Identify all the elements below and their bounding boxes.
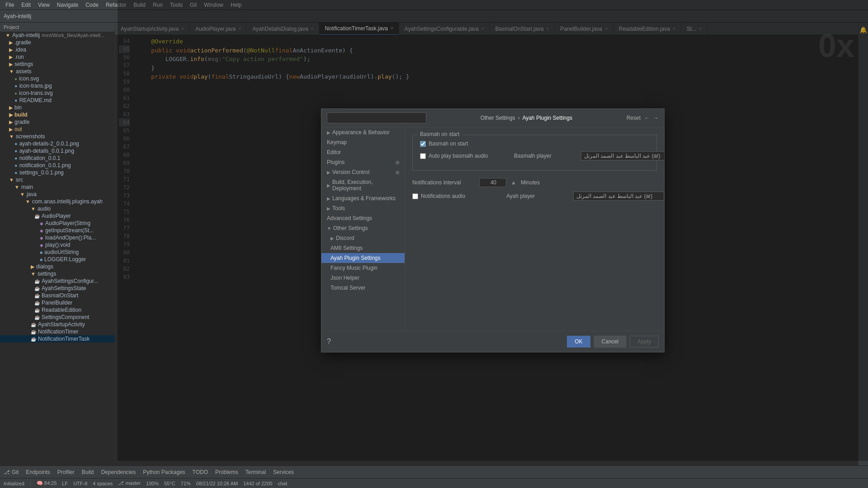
tree-item-audio-folder[interactable]: ▼ audio [0, 205, 115, 212]
settings-search-box[interactable] [327, 113, 426, 123]
tree-item-notiftimer[interactable]: ☕ NotificationTimer [0, 328, 115, 335]
help-button[interactable]: ? [327, 336, 331, 347]
nav-build[interactable]: ▶ Build, Execution, Deployment [321, 177, 405, 193]
tree-item-readable[interactable]: ☕ ReadableEdition [0, 306, 115, 314]
ayah-player-select-wrapper[interactable]: عبد الباسط عبد الصمد المرتل (ar) [573, 192, 664, 201]
nav-discord[interactable]: ▶ Discord [321, 233, 405, 243]
tree-item-java[interactable]: ▼ java [0, 191, 115, 198]
tool-build[interactable]: Build [82, 469, 94, 475]
tree-item-panelbuilder[interactable]: ☕ PanelBuilder [0, 299, 115, 306]
menu-view[interactable]: View [34, 2, 53, 8]
cancel-button[interactable]: Cancel [594, 336, 626, 347]
tool-dependencies[interactable]: Dependencies [101, 469, 136, 475]
tree-item-bin[interactable]: ▶ bin [0, 104, 115, 111]
interval-input[interactable] [479, 178, 506, 187]
notifications-audio-label[interactable]: Notifications audio [412, 193, 503, 199]
tool-services[interactable]: Services [273, 469, 294, 475]
tree-item-ayahstate[interactable]: ☕ AyahSettingsState [0, 285, 115, 292]
basmah-checkbox[interactable] [420, 141, 426, 147]
tree-item-out[interactable]: ▶ out [0, 126, 115, 133]
tree-item-readme[interactable]: ● README.md [0, 97, 115, 104]
item-label: NotificationTimer [38, 328, 79, 335]
menu-edit[interactable]: Edit [18, 2, 34, 8]
apply-button[interactable]: Apply [630, 336, 659, 347]
autoplay-label[interactable]: Auto play basmalh audio [420, 153, 510, 159]
tree-item-main[interactable]: ▼ main [0, 183, 115, 191]
tree-item-iconsvg[interactable]: ● icon.svg [0, 75, 115, 82]
nav-ayah[interactable]: Ayah Plugin Settings [321, 253, 405, 263]
spinner-up[interactable]: ▲ [510, 179, 517, 186]
tree-item-notiftimertask[interactable]: ☕ NotificationTimerTask [0, 335, 115, 343]
tree-item-run[interactable]: ▶ .run [0, 53, 115, 61]
tree-item-settings-folder[interactable]: ▼ settings [0, 270, 115, 277]
tool-todo[interactable]: TODO [193, 469, 208, 475]
nav-keymap[interactable]: Keymap [321, 137, 405, 147]
nav-json[interactable]: Json Helper [321, 273, 405, 283]
nav-languages[interactable]: ▶ Languages & Frameworks [321, 193, 405, 203]
tree-item-audiourlstring[interactable]: ■ audioUrlString [0, 249, 115, 256]
python-label: Python Packages [143, 469, 185, 475]
tree-item-basmalon[interactable]: ☕ BasmalOnStart [0, 292, 115, 299]
tree-item-dialogs[interactable]: ▶ dialogs [0, 263, 115, 270]
menu-file[interactable]: File [2, 2, 18, 8]
tree-item-root[interactable]: ▼ Ayah-intellij /mnt/Work_files/Ayah-int… [0, 32, 115, 39]
tree-item-audioplayer[interactable]: ☕ AudioPlayer [0, 212, 115, 220]
tree-item-play[interactable]: ◆ play():void [0, 241, 115, 249]
tree-item-ss2[interactable]: ● ayah-details_0.0.1.png [0, 147, 115, 155]
tool-profiler[interactable]: Profiler [57, 469, 75, 475]
tree-item-loadandopen[interactable]: ◆ loadAndOpen():Pla... [0, 234, 115, 241]
tree-item-src[interactable]: ▼ src [0, 176, 115, 183]
ayah-player-select[interactable]: عبد الباسط عبد الصمد المرتل (ar) [573, 192, 664, 201]
tree-item-ss3[interactable]: ● notification_0.0.1 [0, 155, 115, 162]
notifications-audio-checkbox[interactable] [412, 193, 418, 199]
nav-forward-button[interactable]: → [653, 115, 659, 121]
tree-item-idea[interactable]: ▶ .idea [0, 46, 115, 53]
tree-item-settings[interactable]: ▶ settings [0, 61, 115, 68]
menu-code[interactable]: Code [82, 2, 102, 8]
tree-item-startup[interactable]: ☕ AyahStartupActivity [0, 321, 115, 328]
tool-python[interactable]: Python Packages [143, 469, 185, 475]
tree-item-ss1[interactable]: ● ayah-details-2_0.0.1.png [0, 140, 115, 147]
tree-item-ss4[interactable]: ● notification_0.0.1.png [0, 162, 115, 169]
nav-tools[interactable]: ▶ Tools [321, 203, 405, 213]
nav-other[interactable]: ▼ Other Settings [321, 223, 405, 233]
nav-appearance[interactable]: ▶ Appearance & Behavior [321, 127, 405, 137]
tree-item-screenshots[interactable]: ▼ screenshots [0, 133, 115, 140]
basmah-player-select-wrapper[interactable]: عبد الباسط عبد الصمد المرتل (ar) [581, 151, 664, 160]
tool-git[interactable]: ⎇ Git [4, 469, 19, 475]
tree-item-getinputstream[interactable]: ◆ getInputStream(St... [0, 227, 115, 234]
basmah-checkbox-label[interactable]: Basmah on start [420, 141, 468, 147]
tree-item-build[interactable]: ▶ build [0, 111, 115, 118]
tree-item-constructor[interactable]: ◆ AudioPlayer(String [0, 220, 115, 227]
tree-item-package[interactable]: ▼ com.anas.intellij.plugins.ayah [0, 198, 115, 205]
menu-navigate[interactable]: Navigate [53, 2, 82, 8]
autoplay-checkbox[interactable] [420, 153, 426, 159]
settings-search-input[interactable] [327, 113, 426, 123]
basmah-player-select[interactable]: عبد الباسط عبد الصمد المرتل (ar) [581, 151, 664, 160]
profiler-label: Profiler [57, 469, 75, 475]
reset-button[interactable]: Reset [627, 115, 641, 121]
tree-item-ayahsettingsconfig[interactable]: ☕ AyahSettingsConfigur... [0, 277, 115, 285]
tree-item-icontrans-svg[interactable]: ● icon-trans.svg [0, 89, 115, 97]
nav-vcs[interactable]: ▶ Version Control ⊞ [321, 167, 405, 177]
nav-fancy[interactable]: Fancy Music Plugin [321, 263, 405, 273]
tree-item-ss5[interactable]: ● settings_0.0.1.png [0, 169, 115, 176]
tree-item-icontrans-jpg[interactable]: ● icon-trans.jpg [0, 82, 115, 89]
tree-item-logger[interactable]: ■ LOGGER:Logger [0, 256, 115, 263]
nav-advanced[interactable]: Advanced Settings [321, 213, 405, 223]
tree-item-assets[interactable]: ▼ assets [0, 68, 115, 75]
tool-terminal[interactable]: Terminal [245, 469, 266, 475]
dialog-body: ▶ Appearance & Behavior Keymap Editor Pl… [321, 127, 664, 331]
tree-item-gradleroot[interactable]: ▶ gradle [0, 118, 115, 126]
nav-tomcat[interactable]: Tomcat Server [321, 283, 405, 293]
tree-item-settingscomp[interactable]: ☕ SettingsComponent [0, 314, 115, 321]
tool-endpoints[interactable]: Endpoints [26, 469, 50, 475]
nav-editor[interactable]: Editor [321, 147, 405, 157]
nav-amii[interactable]: AMII Settings [321, 243, 405, 253]
nav-back-button[interactable]: ← [644, 115, 650, 121]
nav-plugins[interactable]: Plugins ⊞ [321, 157, 405, 167]
tool-problems[interactable]: Problems [215, 469, 238, 475]
java-icon: ☕ [34, 308, 40, 313]
ok-button[interactable]: OK [567, 336, 590, 347]
tree-item-gradle[interactable]: ▶ .gradle [0, 39, 115, 46]
